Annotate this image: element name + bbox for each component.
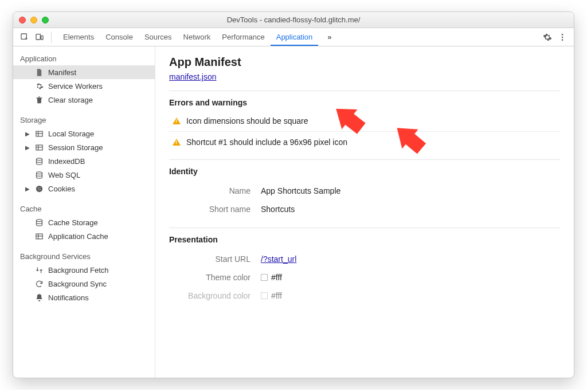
maximize-window-button[interactable] [42,17,49,23]
tab-network[interactable]: Network [178,29,217,45]
warning-icon [173,117,181,124]
svg-point-8 [36,158,42,160]
sidebar-item-cookies[interactable]: ▶Cookies [13,182,155,195]
tab-performance[interactable]: Performance [216,29,270,45]
expand-triangle-icon: ▶ [25,186,30,192]
svg-point-11 [37,187,38,189]
svg-point-12 [40,187,40,187]
svg-point-15 [36,219,42,221]
tab-elements[interactable]: Elements [57,29,100,45]
sidebar-group-label: Cache [13,200,155,215]
manifest-panel: App Manifest manifest.json Errors and wa… [155,46,574,378]
settings-icon[interactable] [542,32,553,43]
tabs-overflow-button[interactable]: » [322,29,336,45]
sidebar-item-label: Cache Storage [48,218,98,227]
minimize-window-button[interactable] [30,17,37,23]
warning-row: Icon dimensions should be square [169,113,560,129]
warning-icon [173,139,181,146]
sidebar-group-label: Storage [13,111,155,127]
sidebar-item-label: IndexedDB [48,157,85,166]
table-icon [34,232,44,241]
svg-rect-2 [41,36,43,40]
sidebar-item-label: Local Storage [48,130,94,138]
sidebar-item-label: Cookies [48,185,75,193]
sidebar-item-indexeddb[interactable]: IndexedDB [13,154,155,168]
svg-point-13 [38,189,40,190]
devtools-tabbar: ElementsConsoleSourcesNetworkPerformance… [13,28,574,46]
start-url-label: Start URL [169,254,261,264]
manifest-link[interactable]: manifest.json [169,72,216,81]
svg-point-14 [40,189,40,190]
identity-name-value: App Shortcuts Sample [261,186,341,195]
sidebar-item-background-fetch[interactable]: Background Fetch [13,263,155,277]
tab-application[interactable]: Application [271,29,319,46]
sidebar-item-label: Clear storage [48,96,93,104]
sidebar-item-cache-storage[interactable]: Cache Storage [13,215,155,229]
svg-point-5 [562,39,563,41]
background-color-value: #fff [261,291,282,300]
tab-sources[interactable]: Sources [139,29,178,45]
start-url-link[interactable]: /?start_url [261,254,296,264]
theme-color-value: #fff [261,273,282,282]
expand-triangle-icon: ▶ [25,144,30,151]
sidebar-item-service-workers[interactable]: Service Workers [13,79,155,93]
warning-row: Shortcut #1 should include a 96x96 pixel… [169,134,560,150]
gear-icon [34,81,44,91]
sidebar-item-label: Notifications [48,293,89,302]
expand-triangle-icon: ▶ [25,131,30,137]
sync-icon [34,279,44,288]
sidebar-item-label: Manifest [48,68,76,77]
sidebar-item-manifest[interactable]: Manifest [13,65,155,79]
sidebar-item-label: Background Sync [48,280,107,288]
sidebar-item-background-sync[interactable]: Background Sync [13,277,155,291]
svg-point-10 [36,185,42,191]
database-icon [34,170,44,179]
inspect-icon[interactable] [19,32,30,43]
identity-shortname-label: Short name [169,205,261,214]
window-title: DevTools - candied-flossy-fold.glitch.me… [13,15,574,24]
warning-text: Icon dimensions should be square [186,116,308,126]
file-icon [34,68,44,77]
color-swatch-icon [261,274,268,281]
warning-text: Shortcut #1 should include a 96x96 pixel… [186,138,347,147]
database-icon [34,156,44,166]
svg-rect-1 [36,34,40,39]
identity-section-title: Identity [169,167,560,176]
sidebar-item-application-cache[interactable]: Application Cache [13,229,155,243]
close-window-button[interactable] [19,17,26,23]
sidebar-item-label: Application Cache [48,232,108,241]
sidebar-group-label: Background Services [13,248,155,263]
sidebar-item-notifications[interactable]: Notifications [13,291,155,304]
svg-point-3 [562,34,563,36]
sidebar-item-clear-storage[interactable]: Clear storage [13,93,155,107]
bell-icon [34,293,44,302]
device-toolbar-icon[interactable] [34,32,45,43]
window-titlebar: DevTools - candied-flossy-fold.glitch.me… [13,12,574,28]
cookie-icon [34,184,44,193]
theme-color-label: Theme color [169,273,261,282]
sidebar-item-label: Background Fetch [48,266,109,275]
page-title: App Manifest [169,56,560,69]
sidebar-item-web-sql[interactable]: Web SQL [13,168,155,182]
identity-name-label: Name [169,186,261,195]
sidebar-item-label: Session Storage [48,143,103,152]
sidebar-item-local-storage[interactable]: ▶Local Storage [13,127,155,140]
kebab-menu-icon[interactable] [557,32,568,43]
sidebar-item-label: Web SQL [48,171,80,179]
trash-icon [34,95,44,104]
identity-shortname-value: Shortcuts [261,205,295,214]
sidebar-group-label: Application [13,50,155,65]
sidebar-item-session-storage[interactable]: ▶Session Storage [13,140,155,154]
tab-console[interactable]: Console [100,29,139,45]
table-icon [34,129,44,138]
application-sidebar: ApplicationManifestService WorkersClear … [13,46,155,378]
svg-point-9 [36,171,42,174]
database-icon [34,218,44,227]
svg-point-4 [562,36,563,38]
color-swatch-icon [261,292,268,299]
transfer-icon [34,265,44,275]
background-color-label: Background color [169,291,261,300]
table-icon [34,143,44,152]
presentation-section-title: Presentation [169,235,560,244]
warnings-section-title: Errors and warnings [169,98,560,107]
